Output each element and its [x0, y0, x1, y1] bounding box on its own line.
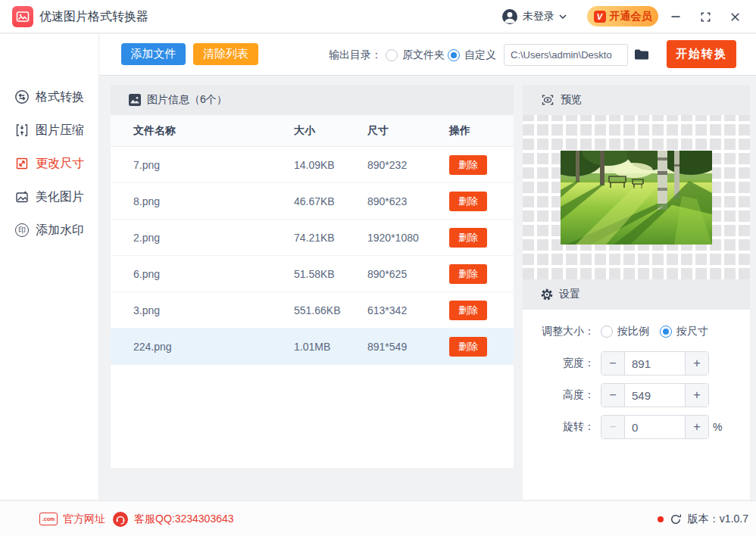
- file-name: 8.png: [133, 195, 294, 207]
- radio-by-size-circle[interactable]: [660, 326, 672, 338]
- output-dir-label: 输出目录：: [329, 34, 382, 76]
- headset-icon: [112, 511, 129, 528]
- sidebar: 格式转换 图片压缩 更改尺寸: [0, 34, 99, 500]
- user-avatar-icon: [501, 8, 518, 25]
- file-dims: 890*232: [367, 159, 449, 171]
- preview-area: [523, 115, 750, 279]
- sidebar-item-label: 美化图片: [36, 189, 84, 205]
- support-qq-link[interactable]: 客服QQ:3234303643: [112, 501, 234, 536]
- right-panel: 预览: [523, 85, 750, 500]
- width-decrease-button[interactable]: −: [601, 352, 625, 375]
- login-menu[interactable]: 未登录: [501, 0, 567, 33]
- rotate-row: 旋转： − + %: [523, 415, 750, 439]
- delete-button[interactable]: 删除: [449, 301, 487, 320]
- width-stepper: − +: [601, 351, 709, 376]
- width-increase-button[interactable]: +: [685, 352, 708, 375]
- file-name: 6.png: [133, 268, 294, 280]
- sidebar-item-beautify[interactable]: 美化图片: [0, 180, 98, 213]
- preview-title: 预览: [561, 93, 582, 107]
- height-label: 高度：: [523, 388, 601, 402]
- watermark-icon: 印: [14, 223, 30, 238]
- file-size: 46.67KB: [294, 195, 367, 207]
- resize-label: 调整大小：: [523, 325, 601, 338]
- rotate-decrease-button[interactable]: −: [601, 416, 625, 438]
- radio-by-size[interactable]: 按尺寸: [660, 325, 708, 338]
- file-size: 551.66KB: [294, 304, 367, 316]
- file-size: 51.58KB: [294, 268, 367, 280]
- delete-button[interactable]: 删除: [449, 192, 487, 211]
- close-button[interactable]: [727, 9, 742, 24]
- compress-icon: [14, 123, 30, 138]
- table-row[interactable]: 3.png 551.66KB 613*342 删除: [111, 292, 514, 329]
- file-name: 2.png: [133, 232, 294, 244]
- table-row-selected[interactable]: 224.png 1.01MB 891*549 删除: [111, 329, 514, 365]
- delete-button[interactable]: 删除: [449, 337, 487, 357]
- maximize-button[interactable]: [698, 9, 713, 24]
- version-label: 版本：v1.0.7: [688, 513, 748, 526]
- website-com-icon: .com: [39, 513, 58, 525]
- file-dims: 890*623: [367, 195, 449, 207]
- table-header: 文件名称 大小 尺寸 操作: [111, 115, 514, 147]
- rotate-increase-button[interactable]: +: [685, 416, 708, 438]
- sidebar-item-compress[interactable]: 图片压缩: [0, 114, 98, 147]
- rotate-stepper: − +: [601, 415, 709, 439]
- settings-body: 调整大小： 按比例 按尺寸 宽度： − +: [523, 310, 750, 439]
- delete-button[interactable]: 删除: [449, 155, 487, 175]
- delete-button[interactable]: 删除: [449, 228, 487, 248]
- resize-mode-row: 调整大小： 按比例 按尺寸: [523, 319, 750, 344]
- col-name: 文件名称: [133, 124, 294, 138]
- format-convert-icon: [14, 89, 30, 104]
- refresh-icon[interactable]: [670, 513, 682, 525]
- table-row[interactable]: 8.png 46.67KB 890*623 删除: [111, 183, 514, 220]
- radio-by-ratio[interactable]: 按比例: [601, 325, 649, 338]
- height-decrease-button[interactable]: −: [601, 384, 625, 407]
- radio-by-ratio-circle[interactable]: [601, 326, 613, 338]
- height-input[interactable]: [625, 384, 685, 407]
- sidebar-item-format-convert[interactable]: 格式转换: [0, 80, 98, 114]
- add-files-button[interactable]: 添加文件: [121, 43, 186, 65]
- width-row: 宽度： − +: [523, 351, 750, 376]
- delete-button[interactable]: 删除: [449, 264, 487, 284]
- start-convert-button[interactable]: 开始转换: [667, 40, 736, 68]
- minimize-button[interactable]: [668, 9, 683, 24]
- toolbar: 添加文件 清除列表 输出目录： 原文件夹 自定义 开始转换: [99, 34, 756, 76]
- radio-original-folder[interactable]: 原文件夹: [386, 48, 445, 62]
- files-panel-header: 图片信息（6个）: [111, 85, 514, 115]
- output-path-input[interactable]: [504, 44, 628, 66]
- rotate-input[interactable]: [625, 416, 685, 438]
- file-dims: 891*549: [367, 341, 449, 353]
- login-label: 未登录: [523, 10, 555, 23]
- radio-custom[interactable]: 自定义: [448, 48, 496, 62]
- browse-folder-icon[interactable]: [634, 48, 649, 61]
- sidebar-item-resize[interactable]: 更改尺寸: [0, 147, 98, 180]
- file-name: 7.png: [133, 159, 294, 171]
- radio-original-folder-circle[interactable]: [386, 49, 398, 61]
- table-row[interactable]: 2.png 74.21KB 1920*1080 删除: [111, 220, 514, 256]
- chevron-down-icon: [559, 14, 567, 20]
- rotate-unit: %: [713, 421, 722, 433]
- app-logo-icon: [12, 6, 33, 27]
- preview-eye-icon: [541, 93, 555, 107]
- vip-button[interactable]: V 开通会员: [587, 6, 658, 26]
- clear-list-button[interactable]: 清除列表: [193, 43, 258, 65]
- col-size: 大小: [294, 124, 367, 138]
- height-increase-button[interactable]: +: [685, 384, 708, 407]
- table-row[interactable]: 6.png 51.58KB 890*625 删除: [111, 256, 514, 292]
- file-name: 3.png: [133, 304, 294, 316]
- radio-custom-circle[interactable]: [448, 49, 460, 61]
- sidebar-item-watermark[interactable]: 印 添加水印: [0, 213, 98, 247]
- width-label: 宽度：: [523, 357, 601, 370]
- footer: .com 官方网址 客服QQ:3234303643: [0, 500, 756, 536]
- sidebar-item-label: 更改尺寸: [36, 156, 84, 172]
- sidebar-item-label: 格式转换: [36, 89, 84, 105]
- col-ops: 操作: [449, 124, 514, 138]
- height-stepper: − +: [601, 383, 709, 407]
- height-row: 高度： − +: [523, 383, 750, 407]
- file-name: 224.png: [133, 341, 294, 353]
- width-input[interactable]: [625, 352, 685, 375]
- vip-label: 开通会员: [610, 10, 652, 23]
- rotate-label: 旋转：: [523, 420, 601, 434]
- table-row[interactable]: 7.png 14.09KB 890*232 删除: [111, 147, 514, 183]
- official-website-link[interactable]: .com 官方网址: [39, 501, 105, 536]
- files-panel: 图片信息（6个） 文件名称 大小 尺寸 操作 7.png 14.09KB 890…: [111, 85, 514, 468]
